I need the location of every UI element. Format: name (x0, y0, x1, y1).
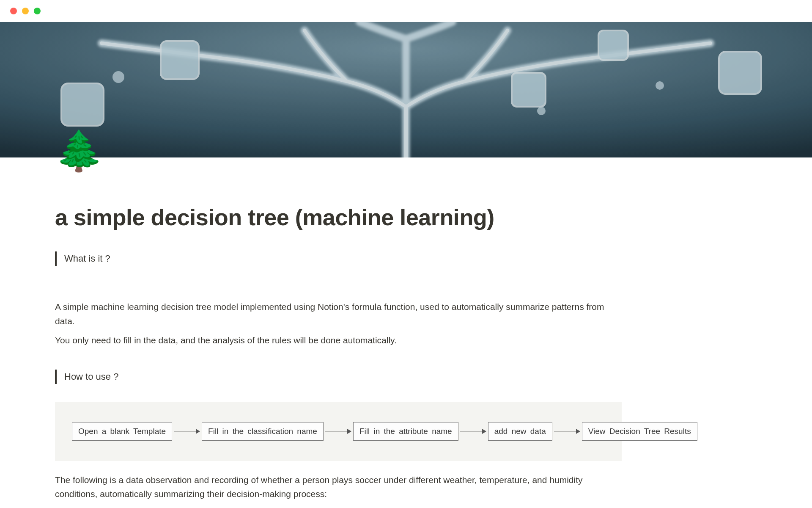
close-icon[interactable] (10, 8, 17, 14)
cover-image[interactable] (0, 22, 812, 157)
arrow-icon (554, 431, 580, 432)
paragraph-following[interactable]: The following is a data observation and … (55, 473, 622, 501)
paragraph-description-1[interactable]: A simple machine learning decision tree … (55, 300, 622, 328)
heading-how-to-use[interactable]: How to use ? (55, 370, 622, 384)
minimize-icon[interactable] (22, 8, 29, 14)
page-icon[interactable]: 🌲 (55, 131, 104, 170)
heading-what-is-it[interactable]: What is it ? (55, 251, 622, 266)
flow-step-1: Open a blank Template (72, 422, 172, 441)
flow-step-2: Fill in the classification name (202, 422, 324, 441)
window-titlebar (0, 0, 812, 22)
flow-diagram: Open a blank Template Fill in the classi… (55, 402, 622, 461)
flow-step-4: add new data (488, 422, 552, 441)
paragraph-description-2[interactable]: You only need to fill in the data, and t… (55, 333, 622, 348)
page-content: a simple decision tree (machine learning… (0, 157, 677, 501)
flow-step-3: Fill in the attribute name (353, 422, 458, 441)
page-title[interactable]: a simple decision tree (machine learning… (55, 204, 622, 230)
arrow-icon (325, 431, 351, 432)
maximize-icon[interactable] (34, 8, 41, 14)
flow-step-5: View Decision Tree Results (582, 422, 697, 441)
svg-rect-9 (0, 22, 812, 157)
arrow-icon (174, 431, 200, 432)
arrow-icon (460, 431, 486, 432)
